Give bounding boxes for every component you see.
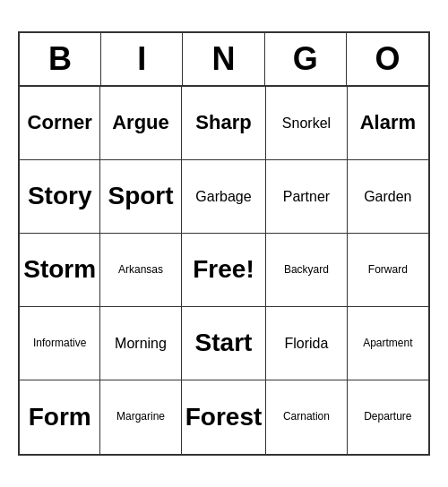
bingo-cell-3-1: Morning [100, 307, 181, 380]
bingo-cell-3-3: Florida [266, 307, 347, 380]
bingo-cell-2-4: Forward [348, 234, 428, 307]
bingo-cell-4-3: Carnation [266, 380, 347, 454]
header-letter-i: I [101, 33, 183, 85]
cell-text-4-0: Form [29, 404, 91, 431]
cell-text-0-1: Argue [112, 112, 169, 133]
bingo-grid: CornerArgueSharpSnorkelAlarmStorySportGa… [20, 87, 428, 454]
bingo-header: BINGO [20, 33, 428, 87]
bingo-cell-2-0: Storm [20, 234, 100, 307]
bingo-cell-3-2: Start [182, 307, 267, 380]
bingo-cell-2-2: Free! [182, 234, 267, 307]
cell-text-0-4: Alarm [360, 112, 416, 133]
cell-text-4-1: Margarine [116, 411, 165, 423]
bingo-cell-3-0: Informative [20, 307, 100, 380]
cell-text-0-2: Sharp [195, 112, 251, 133]
bingo-cell-0-4: Alarm [348, 87, 428, 160]
cell-text-1-0: Story [28, 183, 92, 210]
header-letter-b: B [20, 33, 101, 85]
bingo-cell-1-4: Garden [348, 160, 428, 234]
cell-text-2-4: Forward [368, 264, 408, 276]
bingo-cell-1-1: Sport [100, 160, 181, 234]
cell-text-2-3: Backyard [284, 264, 329, 276]
cell-text-1-1: Sport [108, 183, 173, 210]
cell-text-4-4: Departure [364, 411, 411, 423]
cell-text-3-0: Informative [33, 337, 86, 349]
header-letter-g: G [265, 33, 347, 85]
cell-text-3-4: Apartment [363, 337, 412, 349]
cell-text-1-4: Garden [364, 189, 411, 205]
bingo-cell-1-0: Story [20, 160, 100, 234]
cell-text-3-1: Morning [115, 336, 167, 352]
cell-text-2-0: Storm [23, 256, 96, 284]
cell-text-1-3: Partner [283, 189, 330, 205]
bingo-cell-0-1: Argue [100, 87, 181, 160]
cell-text-4-2: Forest [185, 404, 263, 431]
bingo-cell-1-3: Partner [266, 160, 347, 234]
bingo-cell-0-0: Corner [20, 87, 100, 160]
bingo-cell-1-2: Garbage [182, 160, 267, 234]
header-letter-o: O [347, 33, 428, 85]
bingo-cell-0-2: Sharp [182, 87, 267, 160]
bingo-card: BINGO CornerArgueSharpSnorkelAlarmStoryS… [18, 31, 430, 456]
cell-text-1-2: Garbage [195, 189, 251, 205]
cell-text-3-2: Start [195, 329, 253, 357]
cell-text-4-3: Carnation [283, 411, 330, 423]
bingo-cell-4-2: Forest [182, 380, 267, 454]
bingo-cell-4-0: Form [20, 380, 100, 454]
cell-text-0-0: Corner [28, 112, 92, 133]
bingo-cell-3-4: Apartment [348, 307, 428, 380]
bingo-cell-4-1: Margarine [100, 380, 181, 454]
header-letter-n: N [183, 33, 264, 85]
bingo-cell-4-4: Departure [348, 380, 428, 454]
bingo-cell-0-3: Snorkel [266, 87, 347, 160]
cell-text-2-1: Arkansas [118, 264, 163, 276]
bingo-cell-2-1: Arkansas [100, 234, 181, 307]
cell-text-2-2: Free! [193, 256, 254, 284]
cell-text-3-3: Florida [285, 336, 329, 352]
cell-text-0-3: Snorkel [282, 115, 331, 132]
bingo-cell-2-3: Backyard [266, 234, 347, 307]
